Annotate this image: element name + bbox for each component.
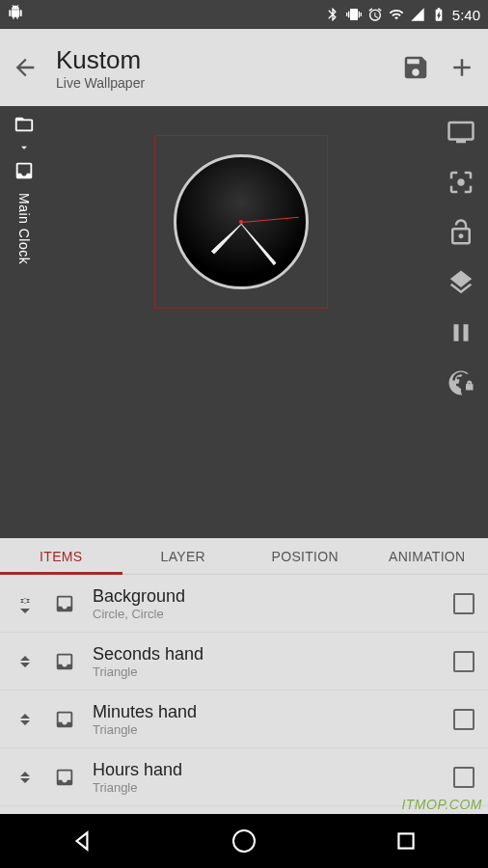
- signal-icon: [410, 7, 425, 22]
- tab-items[interactable]: ITEMS: [0, 538, 122, 574]
- item-subtitle: Triangle: [93, 665, 440, 679]
- selection-box[interactable]: [154, 135, 328, 309]
- app-subtitle: Live Wallpaper: [56, 75, 384, 91]
- status-bar: 5:40: [0, 0, 488, 29]
- item-text: Seconds hand Triangle: [93, 644, 440, 679]
- inbox-icon[interactable]: [11, 160, 38, 181]
- minutes-hand: [239, 223, 276, 266]
- canvas-area: Main Clock: [0, 106, 488, 538]
- list-item[interactable]: Background Circle, Circle: [0, 575, 488, 633]
- seconds-hand: [241, 217, 299, 223]
- vibrate-icon: [346, 7, 362, 22]
- drag-handle-icon[interactable]: [14, 592, 37, 615]
- layer-inbox-icon: [50, 709, 79, 730]
- layer-inbox-icon: [50, 593, 79, 614]
- nav-recent-icon[interactable]: [393, 828, 419, 854]
- clock-object[interactable]: [174, 154, 309, 289]
- item-title: Hours hand: [93, 760, 440, 780]
- list-item[interactable]: Minutes hand Triangle: [0, 691, 488, 748]
- battery-charging-icon: [431, 7, 447, 22]
- watermark: ITMOP.COM: [401, 797, 482, 812]
- item-subtitle: Triangle: [93, 780, 440, 795]
- item-text: Minutes hand Triangle: [93, 702, 440, 737]
- right-tool-rail: [434, 106, 488, 538]
- back-button[interactable]: [12, 54, 39, 81]
- lock-open-icon[interactable]: [447, 218, 475, 247]
- svg-rect-0: [399, 833, 414, 848]
- item-checkbox[interactable]: [453, 651, 474, 672]
- tab-label: POSITION: [272, 549, 339, 564]
- drag-handle-icon[interactable]: [14, 650, 37, 673]
- layer-inbox-icon: [50, 651, 79, 672]
- tabs: ITEMS LAYER POSITION ANIMATION: [0, 538, 488, 575]
- item-title: Background: [93, 586, 440, 607]
- display-icon[interactable]: [447, 118, 475, 147]
- breadcrumb-label: Main Clock: [16, 193, 32, 264]
- layer-inbox-icon: [50, 767, 79, 788]
- tab-label: ITEMS: [40, 549, 82, 564]
- globe-lock-icon[interactable]: [447, 368, 475, 397]
- add-button[interactable]: [447, 53, 476, 82]
- hours-hand: [211, 223, 243, 255]
- item-checkbox[interactable]: [453, 593, 474, 614]
- tab-label: LAYER: [161, 549, 205, 564]
- left-breadcrumb-rail: Main Clock: [0, 106, 48, 538]
- drag-handle-icon[interactable]: [14, 766, 37, 789]
- item-checkbox[interactable]: [453, 709, 474, 730]
- item-subtitle: Circle, Circle: [93, 607, 440, 621]
- clock-pivot: [239, 220, 243, 224]
- nav-bar: [0, 814, 488, 868]
- item-checkbox[interactable]: [453, 767, 474, 788]
- pause-icon[interactable]: [447, 318, 475, 347]
- chevron-down-icon: [11, 141, 38, 154]
- nav-home-icon[interactable]: [232, 829, 256, 853]
- nav-back-icon[interactable]: [69, 828, 95, 854]
- list-item[interactable]: Seconds hand Triangle: [0, 633, 488, 691]
- item-title: Seconds hand: [93, 644, 440, 665]
- folder-open-icon[interactable]: [11, 114, 38, 135]
- item-text: Background Circle, Circle: [93, 586, 440, 621]
- tab-label: ANIMATION: [389, 549, 465, 564]
- items-list: Background Circle, Circle Seconds hand T…: [0, 575, 488, 814]
- preview-canvas[interactable]: [48, 106, 434, 538]
- status-time: 5:40: [452, 7, 480, 23]
- android-icon: [8, 5, 23, 20]
- title-block: Kustom Live Wallpaper: [56, 45, 384, 91]
- tab-layer[interactable]: LAYER: [122, 538, 245, 574]
- app-bar: Kustom Live Wallpaper: [0, 29, 488, 106]
- item-text: Hours hand Triangle: [93, 760, 440, 795]
- tab-position[interactable]: POSITION: [244, 538, 366, 574]
- drag-handle-icon[interactable]: [14, 708, 37, 731]
- item-title: Minutes hand: [93, 702, 440, 722]
- save-button[interactable]: [401, 53, 430, 82]
- app-title: Kustom: [56, 45, 384, 75]
- center-focus-icon[interactable]: [447, 168, 475, 197]
- bluetooth-icon: [325, 7, 340, 22]
- wifi-icon: [389, 7, 404, 22]
- alarm-icon: [367, 7, 383, 22]
- layers-icon[interactable]: [447, 268, 475, 297]
- item-subtitle: Triangle: [93, 722, 440, 737]
- tab-animation[interactable]: ANIMATION: [366, 538, 489, 574]
